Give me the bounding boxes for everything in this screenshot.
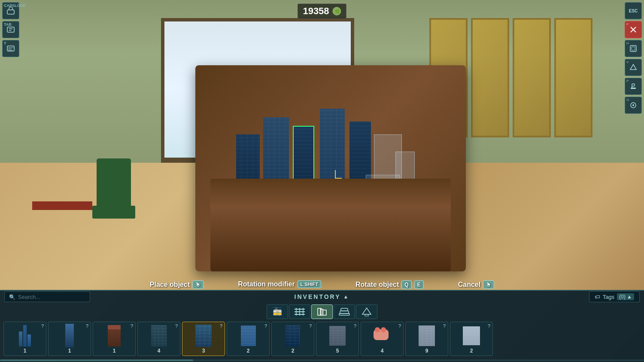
svg-rect-26 bbox=[339, 313, 349, 315]
scrollbar-thumb[interactable] bbox=[0, 359, 193, 361]
room-desk bbox=[32, 201, 92, 210]
item-count-3: 1 bbox=[113, 348, 116, 354]
item-count-2: 1 bbox=[68, 348, 71, 354]
v-button[interactable]: V bbox=[625, 59, 642, 76]
svg-marker-12 bbox=[630, 64, 636, 70]
right-toolbar: ESC F H V P G bbox=[625, 2, 642, 114]
items-grid: ? 1 ? 1 ? bbox=[0, 322, 644, 356]
inventory-title: INVENTORY ▲ bbox=[295, 293, 350, 300]
t-button[interactable]: T bbox=[2, 40, 19, 57]
cat-tab-rails[interactable] bbox=[289, 304, 310, 319]
search-icon: 🔍 bbox=[9, 294, 15, 300]
inventory-item-3[interactable]: ? 1 bbox=[93, 322, 136, 356]
inventory-item-11[interactable]: ? 2 bbox=[450, 322, 493, 356]
item-thumb-8 bbox=[322, 324, 352, 347]
search-input[interactable] bbox=[18, 294, 78, 300]
inventory-panel: 🔍 INVENTORY ▲ 🏷 Tags (0) ▲ 🚋 bbox=[0, 290, 644, 362]
item-thumb-6 bbox=[233, 324, 263, 347]
svg-rect-23 bbox=[323, 310, 326, 315]
table-base bbox=[210, 179, 451, 271]
inventory-item-7[interactable]: ? 2 bbox=[271, 322, 314, 356]
tab-button[interactable]: TAB bbox=[2, 21, 19, 38]
inventory-item-1[interactable]: ? 1 bbox=[3, 322, 46, 356]
inventory-header: 🔍 INVENTORY ▲ 🏷 Tags (0) ▲ bbox=[0, 291, 644, 303]
inventory-item-5[interactable]: ? 3 bbox=[182, 322, 225, 356]
item-count-9: 4 bbox=[381, 348, 384, 354]
currency-amount: 19358 bbox=[303, 6, 329, 17]
left-toolbar: CAPSLOCK TAB T bbox=[2, 2, 19, 57]
svg-rect-10 bbox=[630, 46, 636, 52]
inventory-item-8[interactable]: ? 5 bbox=[316, 322, 359, 356]
capslock-button[interactable]: CAPSLOCK bbox=[2, 2, 19, 19]
item-thumb-11 bbox=[456, 324, 486, 347]
svg-rect-1 bbox=[7, 27, 14, 32]
item-count-8: 5 bbox=[336, 348, 339, 354]
item-thumb-4 bbox=[144, 324, 174, 347]
room-chair bbox=[97, 158, 131, 210]
g-button[interactable]: G bbox=[625, 97, 642, 114]
svg-rect-24 bbox=[320, 309, 323, 315]
item-thumb-9 bbox=[367, 324, 397, 347]
inventory-item-6[interactable]: ? 2 bbox=[227, 322, 270, 356]
tags-button[interactable]: 🏷 Tags (0) ▲ bbox=[589, 291, 640, 302]
category-tabs: 🚋 bbox=[0, 303, 644, 322]
search-bar[interactable]: 🔍 bbox=[4, 292, 90, 302]
inventory-item-9[interactable]: ? 4 bbox=[361, 322, 404, 356]
currency-icon: 🌿 bbox=[333, 7, 341, 15]
svg-rect-0 bbox=[7, 10, 14, 14]
svg-point-15 bbox=[632, 104, 634, 106]
item-count-4: 4 bbox=[158, 348, 161, 354]
item-thumb-2 bbox=[55, 324, 85, 347]
item-count-1: 1 bbox=[24, 348, 27, 354]
city-model-table[interactable] bbox=[180, 65, 481, 271]
inventory-item-10[interactable]: ? 9 bbox=[405, 322, 448, 356]
svg-rect-13 bbox=[631, 88, 636, 89]
item-count-11: 2 bbox=[470, 348, 473, 354]
p-button[interactable]: P bbox=[625, 78, 642, 95]
item-thumb-5 bbox=[188, 324, 219, 347]
cat-tab-furniture[interactable] bbox=[334, 304, 355, 319]
h-button[interactable]: H bbox=[625, 40, 642, 57]
currency-display: 19358 🌿 bbox=[297, 3, 346, 19]
tag-icon: 🏷 bbox=[595, 294, 600, 300]
item-thumb-10 bbox=[412, 324, 442, 347]
item-count-5: 3 bbox=[202, 348, 205, 354]
item-thumb-7 bbox=[278, 324, 308, 347]
item-count-6: 2 bbox=[247, 348, 250, 354]
cat-tab-transport[interactable]: 🚋 bbox=[267, 304, 288, 319]
tags-count: (0) ▲ bbox=[617, 293, 634, 300]
item-thumb-1 bbox=[10, 324, 40, 347]
esc-button[interactable]: ESC bbox=[625, 2, 642, 19]
inventory-scrollbar[interactable] bbox=[0, 359, 644, 361]
svg-rect-25 bbox=[340, 311, 349, 313]
inventory-item-2[interactable]: ? 1 bbox=[48, 322, 91, 356]
svg-rect-11 bbox=[632, 47, 635, 50]
cat-tab-buildings[interactable] bbox=[311, 304, 333, 319]
item-count-7: 2 bbox=[292, 348, 295, 354]
cursor bbox=[335, 170, 342, 179]
inventory-item-4[interactable]: ? 4 bbox=[137, 322, 180, 356]
item-thumb-3 bbox=[99, 324, 129, 347]
item-count-10: 9 bbox=[425, 348, 428, 354]
svg-rect-27 bbox=[341, 308, 348, 311]
cat-tab-construction[interactable] bbox=[356, 304, 377, 319]
close-button[interactable]: F bbox=[625, 21, 642, 38]
